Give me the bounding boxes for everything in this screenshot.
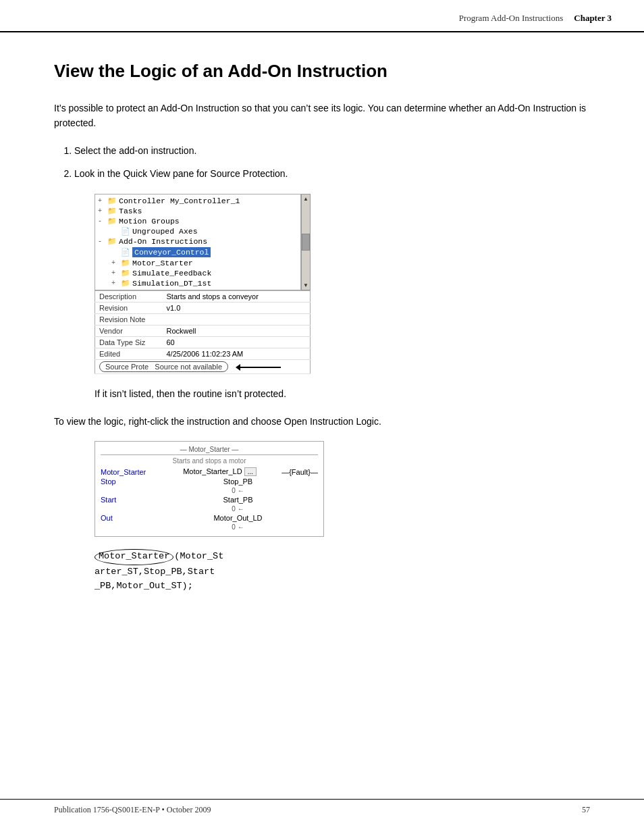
prop-key-description: Description — [95, 291, 163, 303]
code-block: Motor_Starter(Motor_Starter_ST,Stop_PB,S… — [95, 549, 590, 593]
prop-key-revision-note: Revision Note — [95, 314, 163, 325]
folder-icon-motor: 📁 — [121, 259, 130, 267]
instr-label-out: Out — [101, 514, 158, 522]
step-1: Select the add-on instruction. — [74, 143, 590, 159]
source-arrow — [236, 363, 281, 371]
instr-center-out: Motor_Out_LD — [158, 514, 318, 522]
tree-item-simulate: + 📁 Simulate_Feedback — [98, 268, 288, 278]
tree-label-simulation-dt: Simulation_DT_1st — [132, 279, 211, 288]
tree-item-conveyor[interactable]: 📄 Conveyor_Control — [98, 246, 288, 258]
instruction-diagram: — Motor_Starter — Starts and stops a mot… — [95, 441, 324, 537]
instr-center-stop: Stop_PB — [158, 477, 318, 486]
prop-key-vendor: Vendor — [95, 325, 163, 337]
expand-addon: - — [98, 238, 107, 245]
instr-row-1: Motor_Starter Motor_Starter_LD ... —{Fau… — [101, 467, 318, 476]
prop-row-edited: Edited 4/25/2006 11:02:23 AM — [95, 348, 311, 360]
tree-label-motor: Motor_Starter — [132, 259, 193, 267]
tree-item-ungrouped: 📄 Ungrouped Axes — [98, 226, 288, 236]
tree-scrollbar[interactable]: ▲ ▼ — [301, 194, 311, 290]
prop-key-revision: Revision — [95, 303, 163, 314]
folder-icon-simulate: 📁 — [121, 269, 130, 278]
prop-key-datatype: Data Type Siz — [95, 337, 163, 348]
tree-label-addon: Add-On Instructions — [119, 237, 207, 246]
instr-center-start-val: 0 ← — [158, 505, 318, 513]
after-screenshot-text: If it isn’t listed, then the routine isn… — [95, 386, 590, 401]
folder-icon-conveyor: 📄 — [121, 248, 130, 257]
page-content: View the Logic of an Add-On Instruction … — [0, 32, 644, 646]
page-footer: Publication 1756-QS001E-EN-P • October 2… — [0, 799, 644, 815]
step-2-text: Look in the Quick View pane for Source P… — [74, 168, 288, 179]
prop-val-revision: v1.0 — [163, 303, 311, 314]
prop-val-datatype: 60 — [163, 337, 311, 348]
instr-row-start-val: 0 ← — [101, 505, 318, 513]
folder-icon-simulation-dt: 📁 — [121, 279, 130, 288]
code-oval: Motor_Starter — [95, 549, 173, 565]
folder-icon-addon: 📁 — [107, 237, 117, 246]
properties-table: Description Starts and stops a conveyor … — [95, 290, 311, 374]
tree-label-conveyor: Conveyor_Control — [132, 247, 211, 257]
tree-item-controller: + 📁 Controller My_Controller_1 — [98, 196, 288, 206]
instr-fault-label: —{Fault}— — [281, 468, 318, 476]
instr-center-start: Start_PB — [158, 496, 318, 504]
header-section: Program Add-On Instructions — [459, 13, 564, 24]
tree-label-controller: Controller My_Controller_1 — [119, 197, 240, 205]
instr-title: — Motor_Starter — — [101, 446, 318, 455]
prop-row-source: Source Prote Source not available — [95, 360, 311, 374]
page-header: Program Add-On Instructions Chapter 3 — [0, 0, 644, 32]
prop-val-edited: 4/25/2006 11:02:23 AM — [163, 348, 311, 360]
instr-row-start: Start Start_PB — [101, 496, 318, 504]
prop-val-vendor: Rockwell — [163, 325, 311, 337]
prop-row-datatype: Data Type Siz 60 — [95, 337, 311, 348]
tree-panel: + 📁 Controller My_Controller_1 + 📁 Tasks… — [95, 194, 301, 290]
expand-motion: - — [98, 217, 107, 225]
tree-item-motor: + 📁 Motor_Starter — [98, 258, 288, 268]
scroll-down-arrow[interactable]: ▼ — [303, 282, 308, 288]
arrow-line — [240, 367, 281, 368]
header-chapter: Chapter 3 — [574, 13, 612, 24]
footer-publication: Publication 1756-QS001E-EN-P • October 2… — [54, 805, 211, 815]
instr-center-out-val: 0 ← — [158, 523, 318, 531]
tree-item-tasks: + 📁 Tasks — [98, 206, 288, 216]
scroll-thumb[interactable] — [302, 234, 310, 251]
expand-simulate: + — [111, 269, 121, 277]
steps-list: Select the add-on instruction. Look in t… — [74, 143, 590, 182]
source-protection-oval: Source Prote Source not available — [99, 361, 228, 372]
scroll-up-arrow[interactable]: ▲ — [303, 196, 308, 202]
tree-label-tasks: Tasks — [119, 207, 142, 215]
screenshot-container: + 📁 Controller My_Controller_1 + 📁 Tasks… — [95, 194, 351, 374]
prop-row-revision-note: Revision Note — [95, 314, 311, 325]
instr-label-motor-starter: Motor_Starter — [101, 468, 158, 476]
prop-row-description: Description Starts and stops a conveyor — [95, 291, 311, 303]
tree-item-addon: - 📁 Add-On Instructions — [98, 236, 288, 246]
instr-label-stop: Stop — [101, 477, 158, 486]
step-1-text: Select the add-on instruction. — [74, 145, 196, 156]
tree-label-simulate: Simulate_Feedback — [132, 269, 211, 278]
instr-row-out: Out Motor_Out_LD — [101, 514, 318, 522]
tree-label-motion: Motion Groups — [119, 217, 180, 226]
tree-panel-wrapper: + 📁 Controller My_Controller_1 + 📁 Tasks… — [95, 194, 351, 290]
instr-row-stop: Stop Stop_PB — [101, 477, 318, 486]
prop-key-edited: Edited — [95, 348, 163, 360]
intro-paragraph: It’s possible to protect an Add-On Instr… — [54, 101, 590, 131]
prop-source-cell: Source Prote Source not available — [95, 360, 311, 374]
arrow-head-icon — [236, 364, 240, 371]
folder-icon-tasks: 📁 — [107, 207, 117, 215]
folder-icon-controller: 📁 — [107, 197, 117, 205]
instr-box-1: ... — [244, 467, 257, 476]
footer-page-number: 57 — [582, 805, 590, 815]
tree-body: + 📁 Controller My_Controller_1 + 📁 Tasks… — [95, 194, 291, 290]
expand-tasks: + — [98, 207, 107, 215]
tree-item-simulation-dt: + 📁 Simulation_DT_1st — [98, 278, 288, 288]
folder-icon-ungrouped: 📄 — [121, 227, 130, 236]
expand-motor: + — [111, 259, 121, 267]
folder-icon-motion: 📁 — [107, 217, 117, 226]
tree-label-ungrouped: Ungrouped Axes — [132, 227, 198, 236]
instr-label-start: Start — [101, 496, 158, 504]
expand-ungrouped — [111, 228, 121, 235]
instr-subtitle: Starts and stops a motor — [101, 457, 318, 465]
tree-item-motion: - 📁 Motion Groups — [98, 216, 288, 226]
prop-val-description: Starts and stops a conveyor — [163, 291, 311, 303]
instr-center-1: Motor_Starter_LD ... — [158, 467, 281, 476]
prop-val-revision-note — [163, 314, 311, 325]
step-2: Look in the Quick View pane for Source P… — [74, 166, 590, 182]
